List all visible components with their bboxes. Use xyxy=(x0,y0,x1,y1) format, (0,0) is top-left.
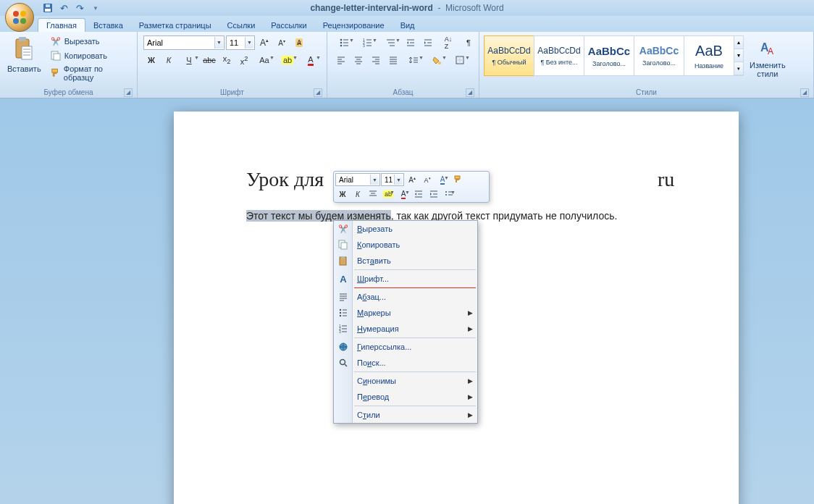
ctx-hyperlink[interactable]: Гиперссылка... xyxy=(334,339,477,355)
shrink-font-icon: A▾ xyxy=(424,176,430,184)
mini-font-color[interactable]: A▼ xyxy=(396,188,411,201)
undo-button[interactable]: ↶ xyxy=(57,1,70,14)
qat-customize[interactable]: ▼ xyxy=(89,1,102,14)
font-size-combo[interactable]: 11▼ xyxy=(226,35,255,50)
tab-insert[interactable]: Вставка xyxy=(85,19,131,32)
borders-button[interactable]: ▼ xyxy=(449,53,471,67)
cut-icon: ✂️ xyxy=(337,223,349,235)
mini-center[interactable] xyxy=(366,188,380,201)
tab-review[interactable]: Рецензирование xyxy=(315,19,393,32)
font-a-icon: A xyxy=(337,273,349,285)
mini-indent-inc[interactable] xyxy=(427,188,441,201)
cut-button[interactable]: ✂️Вырезать xyxy=(49,35,133,48)
ctx-cut[interactable]: ✂️Вырезать xyxy=(334,221,477,237)
mini-grow-button[interactable]: A▴ xyxy=(405,173,419,186)
line-spacing-button[interactable]: ▼ xyxy=(403,53,424,67)
undo-icon: ↶ xyxy=(60,3,68,14)
submenu-arrow-icon: ▶ xyxy=(468,309,473,316)
mini-bold[interactable]: Ж xyxy=(335,188,350,201)
copy-button[interactable]: Копировать xyxy=(49,49,133,62)
mini-font-combo[interactable]: Arial▼ xyxy=(335,173,380,186)
style-nospacing[interactable]: AaBbCcDd¶ Без инте... xyxy=(534,35,584,76)
mini-styles-button[interactable]: A▼ xyxy=(435,173,450,186)
eraser-icon: A̷ xyxy=(295,38,303,47)
change-case-button[interactable]: Aa▼ xyxy=(253,53,275,67)
ctx-translate[interactable]: Перевод▶ xyxy=(334,389,477,405)
shrink-font-button[interactable]: A▾ xyxy=(274,35,290,50)
show-marks-button[interactable]: ¶ xyxy=(461,35,477,50)
align-left-button[interactable] xyxy=(333,53,349,67)
indent-inc-button[interactable] xyxy=(420,35,436,50)
ctx-styles[interactable]: Стили▶ xyxy=(334,407,477,423)
styles-more[interactable]: ▲▼▾ xyxy=(734,35,744,76)
tab-home[interactable]: Главная xyxy=(38,18,85,32)
mini-italic[interactable]: К xyxy=(351,188,365,201)
multilevel-button[interactable]: ▼ xyxy=(379,35,401,50)
mini-shrink-button[interactable]: A▾ xyxy=(420,173,435,186)
mini-indent-dec[interactable] xyxy=(411,188,426,201)
clear-format-button[interactable]: A̷ xyxy=(291,35,307,50)
styles-launcher[interactable]: ◢ xyxy=(800,88,809,97)
svg-rect-15 xyxy=(51,69,57,72)
tab-view[interactable]: Вид xyxy=(393,19,423,32)
superscript-button[interactable]: x2 xyxy=(236,53,252,67)
font-launcher[interactable]: ◢ xyxy=(314,88,322,97)
bold-button[interactable]: Ж xyxy=(143,53,159,67)
paragraph-launcher[interactable]: ◢ xyxy=(466,88,474,97)
underline-button[interactable]: Ч▼ xyxy=(178,53,200,67)
ctx-font[interactable]: AШрифт... xyxy=(334,271,477,287)
align-center-button[interactable] xyxy=(351,53,366,67)
grow-font-button[interactable]: A▴ xyxy=(256,35,272,50)
ctx-synonyms[interactable]: Синонимы▶ xyxy=(334,373,477,389)
ctx-paste[interactable]: Вставить xyxy=(334,253,477,269)
svg-point-74 xyxy=(445,194,447,196)
copy-icon xyxy=(337,239,349,251)
numbering-icon: 123 xyxy=(337,323,349,335)
redo-button[interactable]: ↷ xyxy=(73,1,86,14)
ctx-bullets[interactable]: Маркеры▶ xyxy=(334,305,477,321)
mini-highlight[interactable]: ab▼ xyxy=(381,188,395,201)
shading-button[interactable]: ▼ xyxy=(426,53,448,67)
borders-icon xyxy=(455,55,465,65)
ctx-paragraph[interactable]: Абзац... xyxy=(334,289,477,305)
highlight-button[interactable]: ab▼ xyxy=(277,53,298,67)
ctx-numbering[interactable]: 123Нумерация▶ xyxy=(334,321,477,337)
group-font-label: Шрифт◢ xyxy=(140,87,324,98)
submenu-arrow-icon: ▶ xyxy=(468,411,473,419)
mini-format-painter[interactable] xyxy=(450,173,465,186)
indent-dec-button[interactable] xyxy=(403,35,419,50)
style-normal[interactable]: AaBbCcDd¶ Обычный xyxy=(484,35,534,76)
italic-button[interactable]: К xyxy=(161,53,177,67)
chevron-down-icon: ▼ xyxy=(214,37,223,49)
office-button[interactable] xyxy=(5,3,34,32)
style-title[interactable]: AaBНазвание xyxy=(684,35,734,76)
mini-bullets[interactable]: ▼ xyxy=(442,188,456,201)
tab-references[interactable]: Ссылки xyxy=(219,19,264,32)
ctx-find[interactable]: Поиск... xyxy=(334,355,477,371)
font-name-combo[interactable]: Arial▼ xyxy=(143,35,225,50)
bullets-button[interactable]: ▼ xyxy=(333,35,355,50)
font-color-button[interactable]: A▼ xyxy=(300,53,322,67)
ctx-copy[interactable]: Копировать xyxy=(334,237,477,253)
numbering-button[interactable]: 123▼ xyxy=(356,35,378,50)
style-heading2[interactable]: AaBbCcЗаголово... xyxy=(634,35,684,76)
ribbon: Вставить ✂️Вырезать Копировать Формат по… xyxy=(0,32,814,98)
svg-text:3: 3 xyxy=(339,329,341,334)
clipboard-launcher[interactable]: ◢ xyxy=(124,88,133,97)
window-title: change-letter-interval-in-word - Microso… xyxy=(310,3,503,13)
subscript-icon: x2 xyxy=(223,54,231,65)
save-button[interactable] xyxy=(41,1,54,14)
shrink-font-icon: A▾ xyxy=(278,38,285,47)
subscript-button[interactable]: x2 xyxy=(219,53,235,67)
style-heading1[interactable]: AaBbCcЗаголово... xyxy=(584,35,634,76)
mini-size-combo[interactable]: 11▼ xyxy=(381,173,404,186)
paste-button[interactable]: Вставить xyxy=(3,33,46,76)
align-right-button[interactable] xyxy=(368,53,384,67)
sort-button[interactable]: A↓Z xyxy=(437,35,459,50)
strike-button[interactable]: abc xyxy=(201,53,217,67)
change-styles-button[interactable]: AA Изменить стили xyxy=(745,35,790,81)
format-painter-button[interactable]: Формат по образцу xyxy=(49,64,133,83)
align-justify-button[interactable] xyxy=(385,53,401,67)
tab-mailings[interactable]: Рассылки xyxy=(263,19,314,32)
tab-pagelayout[interactable]: Разметка страницы xyxy=(131,19,219,32)
